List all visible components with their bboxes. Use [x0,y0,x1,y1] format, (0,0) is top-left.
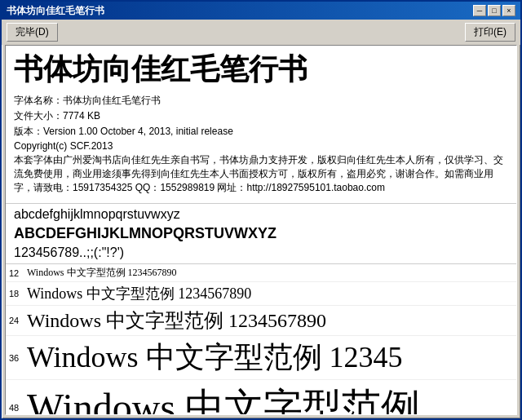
maximize-button[interactable]: □ [488,5,501,16]
main-window: 书体坊向佳红毛笔行书 ─ □ × 完毕(D) 打印(E) 书体坊向佳红毛笔行书 … [0,0,522,420]
alphabet-lowercase: abcdefghijklmnopqrstuvwxyz [14,207,508,222]
size-text: Windows 中文字型范例 [27,382,420,415]
font-name-value: 书体坊向佳红毛笔行书 [63,95,161,106]
size-preview-section: 12Windows 中文字型范例 123456789018Windows 中文字… [6,264,516,415]
close-button[interactable]: × [502,5,515,16]
size-preview-row: 48Windows 中文字型范例 [6,380,516,415]
file-size-value: 7774 KB [63,110,100,122]
size-label: 24 [9,316,27,325]
size-text: Windows 中文字型范例 1234567890 [27,266,177,280]
preview-section: 书体坊向佳红毛笔行书 字体名称：书体坊向佳红毛笔行书 文件大小：7774 KB … [6,46,516,204]
size-text: Windows 中文字型范例 12345 [27,338,403,378]
print-button[interactable]: 打印(E) [465,23,515,42]
font-name-label: 字体名称： [14,95,63,106]
toolbar: 完毕(D) 打印(E) [2,20,520,45]
alphabet-uppercase: ABCDEFGHIJKLMNOPQRSTUVWXYZ [14,225,508,242]
window-title: 书体坊向佳红毛笔行书 [7,4,104,18]
size-preview-row: 18Windows 中文字型范例 1234567890 [6,282,516,306]
minimize-button[interactable]: ─ [473,5,486,16]
complete-button[interactable]: 完毕(D) [7,23,58,42]
font-display-title: 书体坊向佳红毛笔行书 [14,52,508,87]
size-text: Windows 中文字型范例 1234567890 [27,307,326,334]
size-preview-row: 24Windows 中文字型范例 1234567890 [6,306,516,336]
size-text: Windows 中文字型范例 1234567890 [27,284,251,303]
version-label: 版本： [14,126,43,137]
size-preview-row: 12Windows 中文字型范例 1234567890 [6,264,516,282]
description-line: 本套字体由广州爱淘书店向佳红先生亲自书写，书体坊鼎力支持开发，版权归向佳红先生本… [14,153,508,195]
version-line: 版本：Version 1.00 October 4, 2013, initial… [14,125,508,139]
size-label: 36 [9,353,27,363]
file-size-label: 文件大小： [14,110,63,122]
version-value: Version 1.00 October 4, 2013, initial re… [43,126,233,137]
size-label: 12 [9,268,27,278]
file-size-line: 文件大小：7774 KB [14,109,508,123]
size-label: 18 [9,289,27,298]
alphabet-section: abcdefghijklmnopqrstuvwxyz ABCDEFGHIJKLM… [6,204,516,264]
title-bar: 书体坊向佳红毛笔行书 ─ □ × [2,2,520,20]
copyright-line: Copyright(c) SCF.2013 [14,140,508,152]
title-bar-buttons: ─ □ × [473,5,515,16]
font-name-line: 字体名称：书体坊向佳红毛笔行书 [14,94,508,108]
size-preview-row: 36Windows 中文字型范例 12345 [6,336,516,380]
size-label: 48 [9,403,27,413]
numbers-line: 123456789..;;(:"!?') [14,245,508,260]
content-area[interactable]: 书体坊向佳红毛笔行书 字体名称：书体坊向佳红毛笔行书 文件大小：7774 KB … [5,45,517,415]
